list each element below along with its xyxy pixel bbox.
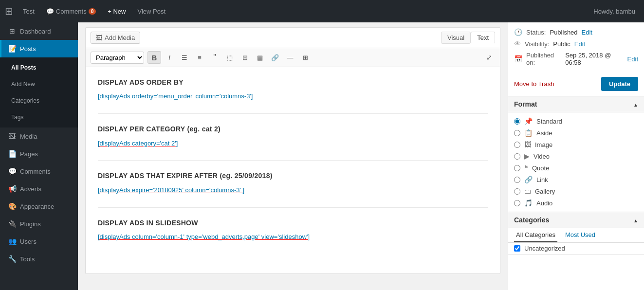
editor-content[interactable]: DISPLAY ADS ORDER BY [displayAds orderby… <box>86 67 500 273</box>
sidebar-item-tags[interactable]: Tags <box>0 109 78 126</box>
sidebar-item-dashboard[interactable]: ⊞ Dashboard <box>0 22 78 40</box>
sidebar-item-label: All Posts <box>11 64 36 71</box>
update-button[interactable]: Update <box>601 77 638 91</box>
sidebar-item-all-posts[interactable]: All Posts <box>0 59 78 76</box>
admin-bar-new[interactable]: + New <box>104 6 129 17</box>
status-edit-link[interactable]: Edit <box>582 29 592 36</box>
align-left-button[interactable]: ⬚ <box>223 51 237 64</box>
table-button[interactable]: ⊞ <box>298 51 312 64</box>
section-code: [displayAds orderby='menu_order' column=… <box>98 91 488 102</box>
format-label-quote: Quote <box>532 164 549 172</box>
tab-visual[interactable]: Visual <box>441 32 471 44</box>
format-radio-standard[interactable] <box>514 118 520 125</box>
sidebar-item-media[interactable]: 🖼 Media <box>0 127 78 145</box>
format-option-aside[interactable]: 📋 Aside <box>508 127 644 139</box>
move-to-trash-link[interactable]: Move to Trash <box>514 80 554 88</box>
section-code: [displayAds category='cat 2'] <box>98 139 488 149</box>
align-center-button[interactable]: ⊟ <box>238 51 252 64</box>
unordered-list-button[interactable]: ☰ <box>178 51 191 64</box>
sidebar-item-appearance[interactable]: 🎨 Appearance <box>0 198 78 215</box>
format-option-gallery[interactable]: 🗃 Gallery <box>508 185 644 197</box>
sidebar-item-label: Tags <box>11 114 23 121</box>
format-option-quote[interactable]: ❝ Quote <box>508 162 644 174</box>
comments-badge: 0 <box>89 8 96 15</box>
categories-chevron-icon[interactable] <box>633 216 638 224</box>
format-section: Format 📌 Standard 📋 Aside 🖼 Image <box>508 96 644 212</box>
wp-logo-icon[interactable]: ⊞ <box>5 5 13 17</box>
adverts-icon: 📢 <box>8 185 16 193</box>
format-label-link: Link <box>536 176 548 183</box>
format-option-image[interactable]: 🖼 Image <box>508 139 644 150</box>
sidebar: ⊞ Dashboard 📝 Posts All Posts Add New Ca… <box>0 22 78 290</box>
category-checkbox-uncategorized[interactable] <box>514 245 520 252</box>
sidebar-item-label: Media <box>20 133 37 140</box>
gallery-icon: 🗃 <box>524 187 531 195</box>
format-option-video[interactable]: ▶ Video <box>508 150 644 162</box>
users-icon: 👥 <box>8 237 16 245</box>
format-label-audio: Audio <box>536 199 552 207</box>
category-item-uncategorized[interactable]: Uncategorized <box>508 243 644 254</box>
tab-all-categories[interactable]: All Categories <box>514 228 557 242</box>
sidebar-item-label: Pages <box>20 150 38 158</box>
visibility-edit-link[interactable]: Edit <box>574 40 585 48</box>
sidebar-item-posts[interactable]: 📝 Posts <box>0 40 78 57</box>
appearance-icon: 🎨 <box>8 202 16 210</box>
paragraph-select[interactable]: Paragraph Heading 1 Heading 2 Heading 3 … <box>91 52 144 64</box>
sidebar-item-label: Appearance <box>20 203 54 210</box>
format-label-video: Video <box>534 153 550 160</box>
format-chevron-icon[interactable] <box>633 100 638 108</box>
admin-bar-comments[interactable]: 💬 Comments 0 <box>42 6 100 17</box>
sidebar-item-label: Tools <box>20 255 35 263</box>
comments-icon: 💬 <box>8 167 16 175</box>
editor-toolbar-top: 🖼 Add Media Visual Text <box>86 28 500 48</box>
sidebar-item-pages[interactable]: 📄 Pages <box>0 145 78 163</box>
format-option-link[interactable]: 🔗 Link <box>508 174 644 185</box>
format-radio-gallery[interactable] <box>514 188 520 195</box>
format-header-label: Format <box>514 100 537 108</box>
sidebar-item-categories[interactable]: Categories <box>0 92 78 109</box>
format-radio-image[interactable] <box>514 142 520 148</box>
format-radio-audio[interactable] <box>514 200 520 206</box>
sidebar-item-comments[interactable]: 💬 Comments <box>0 163 78 180</box>
link-format-icon: 🔗 <box>524 176 533 183</box>
published-edit-link[interactable]: Edit <box>627 55 638 63</box>
tab-text[interactable]: Text <box>471 32 495 44</box>
link-button[interactable]: 🔗 <box>268 51 282 64</box>
section-heading: DISPLAY ADS IN SLIDESHOW <box>98 218 488 228</box>
ordered-list-button[interactable]: ≡ <box>193 51 206 64</box>
visibility-row: 👁 Visibility: Public Edit <box>514 38 638 50</box>
format-radio-aside[interactable] <box>514 130 520 136</box>
sidebar-item-adverts[interactable]: 📢 Adverts <box>0 180 78 198</box>
bold-button[interactable]: B <box>147 51 161 64</box>
sidebar-item-label: Users <box>20 238 37 245</box>
sidebar-item-tools[interactable]: 🔧 Tools <box>0 250 78 268</box>
sidebar-item-add-new[interactable]: Add New <box>0 76 78 92</box>
more-button[interactable]: — <box>283 51 297 64</box>
categories-section-header: Categories <box>508 212 644 228</box>
italic-button[interactable]: I <box>163 51 176 64</box>
add-media-button[interactable]: 🖼 Add Media <box>91 32 140 44</box>
status-icon: 🕐 <box>514 28 522 36</box>
content-section-slideshow: DISPLAY ADS IN SLIDESHOW [displayAds col… <box>98 218 488 254</box>
format-label-aside: Aside <box>536 129 552 137</box>
admin-bar-view-post[interactable]: View Post <box>133 6 169 17</box>
format-radio-video[interactable] <box>514 153 520 160</box>
format-radio-link[interactable] <box>514 177 520 183</box>
sidebar-item-label: Add New <box>11 81 35 88</box>
sidebar-item-users[interactable]: 👥 Users <box>0 233 78 250</box>
format-label-standard: Standard <box>536 118 562 125</box>
admin-bar-site[interactable]: Test <box>19 6 38 17</box>
align-right-button[interactable]: ▤ <box>253 51 267 64</box>
format-radio-quote[interactable] <box>514 165 520 171</box>
video-icon: ▶ <box>524 152 530 160</box>
content-section-order: DISPLAY ADS ORDER BY [displayAds orderby… <box>98 77 488 114</box>
format-option-audio[interactable]: 🎵 Audio <box>508 197 644 209</box>
calendar-icon: 📅 <box>514 55 522 63</box>
format-option-standard[interactable]: 📌 Standard <box>508 115 644 127</box>
sidebar-item-label: Adverts <box>20 185 41 193</box>
tab-most-used[interactable]: Most Used <box>563 228 597 242</box>
blockquote-button[interactable]: " <box>208 51 221 64</box>
aside-icon: 📋 <box>524 129 533 137</box>
sidebar-item-plugins[interactable]: 🔌 Plugins <box>0 215 78 233</box>
fullscreen-button[interactable]: ⤢ <box>483 52 495 63</box>
